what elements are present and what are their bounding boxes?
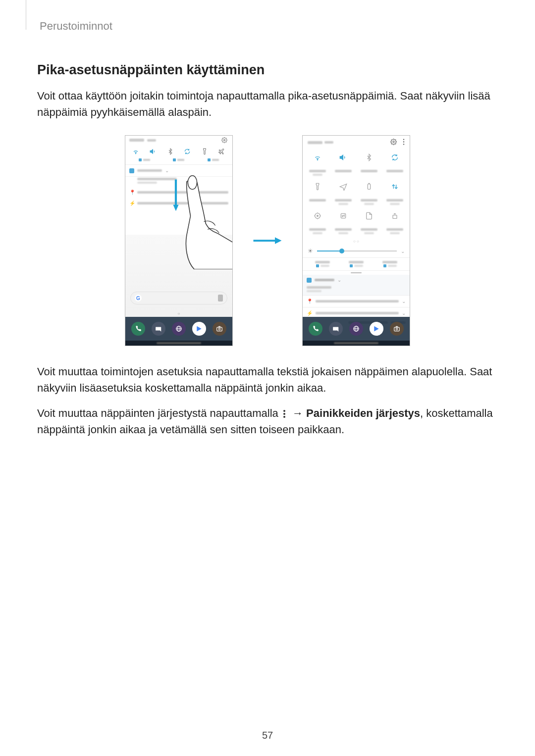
brightness-icon: ☀ <box>308 248 313 254</box>
notification-card: ⌄ <box>303 275 410 295</box>
paragraph-settings-tap: Voit muuttaa toimintojen asetuksia napau… <box>37 363 498 396</box>
button-order-label: Painikkeiden järjestys <box>306 407 420 419</box>
svg-point-7 <box>218 328 220 330</box>
wifi-icon <box>132 148 140 155</box>
figure-row: ⌄ 📍 ⚡ G ○ <box>37 135 498 346</box>
svg-point-1 <box>136 153 136 154</box>
svg-marker-9 <box>173 205 178 211</box>
quick-toggle-row <box>125 145 232 157</box>
page-number: 57 <box>0 730 535 741</box>
browser-icon <box>172 322 186 336</box>
play-icon <box>192 322 206 336</box>
figure-phone-collapsed: ⌄ 📍 ⚡ G ○ <box>125 135 233 346</box>
quick-hotspot <box>382 210 408 223</box>
quick-nfc <box>330 210 356 223</box>
breadcrumb: Perustoiminnot <box>40 20 498 33</box>
gear-icon <box>220 136 228 144</box>
phone-icon <box>309 322 322 336</box>
section-heading: Pika-asetusnäppäinten käyttäminen <box>37 62 498 78</box>
quick-sound <box>330 151 356 165</box>
text: → <box>289 407 306 419</box>
flashlight-icon <box>201 148 209 155</box>
phone-dock <box>303 317 410 341</box>
svg-rect-19 <box>368 184 370 190</box>
phone-dock <box>125 317 232 341</box>
rotate-icon <box>183 148 191 155</box>
paragraph-reorder: Voit muuttaa näppäinten järjestystä napa… <box>37 405 498 438</box>
margin-rule <box>26 0 26 30</box>
svg-point-37 <box>283 416 285 418</box>
quick-airplane <box>330 181 356 194</box>
more-icon <box>283 409 288 418</box>
google-search-bar: G <box>130 292 227 304</box>
svg-point-13 <box>393 141 394 143</box>
quick-powersave <box>356 181 382 194</box>
svg-point-36 <box>283 413 285 415</box>
quick-settings-grid <box>303 150 410 238</box>
svg-point-17 <box>317 159 318 160</box>
quick-rotate <box>382 151 408 165</box>
svg-point-16 <box>403 144 404 145</box>
status-bar <box>125 136 232 145</box>
play-icon <box>370 322 383 336</box>
svg-point-34 <box>396 328 398 330</box>
google-icon: G <box>135 295 142 302</box>
svg-point-15 <box>403 141 404 142</box>
camera-icon <box>390 322 404 336</box>
airplane-icon <box>218 148 226 155</box>
notification-row: 📍⌄ <box>303 295 410 307</box>
svg-rect-28 <box>393 215 397 219</box>
svg-point-35 <box>283 410 285 412</box>
sim-row <box>303 257 410 271</box>
quick-labels <box>125 157 232 164</box>
quick-flashlight <box>305 181 330 194</box>
brightness-slider: ☀ ⌄ <box>303 245 410 257</box>
more-icon <box>403 139 405 147</box>
quick-location <box>305 210 330 223</box>
text: Voit muuttaa näppäinten järjestystä napa… <box>37 407 281 419</box>
quick-wifi <box>305 151 330 165</box>
svg-marker-18 <box>340 155 343 159</box>
gear-icon <box>390 139 397 147</box>
mic-icon <box>218 295 223 302</box>
svg-point-14 <box>403 139 404 140</box>
browser-icon <box>349 322 363 336</box>
phone-icon <box>131 322 145 336</box>
drag-handle <box>303 271 410 275</box>
quick-bluetooth <box>356 151 382 165</box>
figure-phone-expanded: ○ ○ ☀ ⌄ ⌄ 📍⌄ ⚡⌄ <box>302 135 410 346</box>
svg-point-22 <box>317 215 319 217</box>
quick-file <box>356 210 382 223</box>
svg-rect-33 <box>394 327 399 331</box>
page-content: Perustoiminnot Pika-asetusnäppäinten käy… <box>0 0 535 438</box>
svg-point-0 <box>224 140 225 141</box>
arrow-right-icon <box>253 236 282 246</box>
chevron-down-icon: ⌄ <box>401 249 405 254</box>
panel-top-bar <box>303 136 410 150</box>
camera-icon <box>213 322 226 336</box>
message-icon <box>329 322 343 336</box>
bluetooth-icon <box>166 148 174 155</box>
svg-rect-6 <box>216 327 222 331</box>
quick-data <box>382 181 408 194</box>
swipe-down-arrow-icon <box>172 175 179 215</box>
page-indicator: ○ ○ <box>303 238 410 245</box>
message-icon <box>152 322 165 336</box>
svg-marker-12 <box>275 237 282 244</box>
speaker-icon <box>149 148 157 155</box>
svg-marker-2 <box>150 150 153 153</box>
paragraph-intro: Voit ottaa käyttöön joitakin toimintoja … <box>37 88 498 120</box>
